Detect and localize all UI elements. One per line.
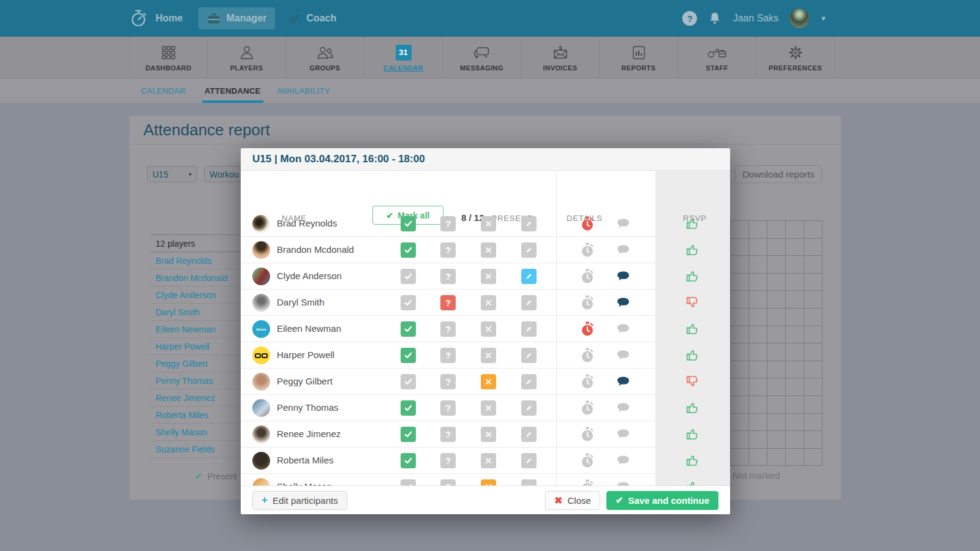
user-avatar[interactable] bbox=[790, 9, 809, 28]
edit-attendance-button[interactable] bbox=[521, 269, 537, 284]
edit-attendance-button[interactable] bbox=[521, 295, 537, 310]
whistle-briefcase-icon bbox=[707, 44, 728, 61]
comment-icon[interactable] bbox=[616, 429, 630, 440]
edit-attendance-button[interactable] bbox=[521, 400, 537, 416]
comment-icon[interactable] bbox=[616, 271, 630, 282]
absent-button[interactable] bbox=[481, 479, 496, 485]
notifications-bell-icon[interactable] bbox=[708, 11, 722, 26]
edit-attendance-button[interactable] bbox=[521, 321, 537, 337]
late-stopwatch-icon[interactable] bbox=[579, 268, 595, 284]
comment-icon[interactable] bbox=[616, 481, 630, 485]
tab-messaging[interactable]: MESSAGING bbox=[443, 37, 521, 78]
edit-attendance-button[interactable] bbox=[521, 374, 537, 389]
tab-reports[interactable]: REPORTS bbox=[600, 37, 678, 78]
present-button[interactable] bbox=[401, 374, 416, 389]
absent-button[interactable] bbox=[481, 374, 496, 389]
absent-button[interactable] bbox=[481, 453, 496, 468]
present-button[interactable] bbox=[401, 321, 416, 337]
user-name[interactable]: Jaan Saks bbox=[733, 13, 778, 24]
comment-icon[interactable] bbox=[616, 350, 630, 361]
unknown-button[interactable]: ? bbox=[440, 479, 456, 485]
present-button[interactable] bbox=[401, 295, 416, 310]
tab-groups[interactable]: GROUPS bbox=[286, 37, 364, 78]
comment-icon[interactable] bbox=[616, 455, 630, 467]
grid-cell bbox=[804, 361, 823, 379]
unknown-button[interactable]: ? bbox=[440, 269, 456, 284]
absent-button[interactable] bbox=[481, 242, 496, 258]
comment-icon[interactable] bbox=[616, 297, 630, 309]
grid-cell bbox=[731, 309, 749, 326]
nav-home[interactable]: Home bbox=[156, 13, 183, 24]
present-button[interactable] bbox=[401, 348, 416, 363]
absent-button[interactable] bbox=[481, 295, 496, 310]
late-stopwatch-icon[interactable] bbox=[579, 426, 595, 442]
comment-icon[interactable] bbox=[616, 376, 630, 388]
group-filter-select[interactable]: U15 ▾ bbox=[147, 166, 197, 182]
close-button[interactable]: ✖ Close bbox=[545, 491, 600, 510]
absent-button[interactable] bbox=[481, 216, 496, 231]
present-button[interactable] bbox=[401, 400, 416, 416]
late-stopwatch-icon[interactable] bbox=[579, 294, 595, 310]
late-stopwatch-icon[interactable] bbox=[579, 242, 595, 258]
tab-label: INVOICES bbox=[543, 64, 578, 72]
tab-dashboard[interactable]: DASHBOARD bbox=[129, 37, 208, 78]
tab-players[interactable]: PLAYERS bbox=[208, 37, 286, 78]
edit-participants-button[interactable]: + Edit participants bbox=[252, 491, 347, 510]
subtab-calendar[interactable]: CALENDAR bbox=[141, 78, 186, 103]
present-button[interactable] bbox=[401, 242, 416, 258]
comment-icon[interactable] bbox=[616, 402, 630, 414]
tab-calendar[interactable]: 31 CALENDAR bbox=[364, 37, 443, 78]
tab-invoices[interactable]: $ INVOICES bbox=[521, 37, 600, 78]
subtab-availability[interactable]: AVAILABILITY bbox=[277, 78, 330, 103]
unknown-button[interactable]: ? bbox=[440, 216, 456, 231]
edit-attendance-button[interactable] bbox=[521, 427, 537, 442]
present-button[interactable] bbox=[401, 216, 416, 231]
edit-attendance-button[interactable] bbox=[521, 479, 537, 485]
absent-button[interactable] bbox=[481, 427, 496, 442]
late-stopwatch-icon[interactable] bbox=[579, 321, 595, 337]
save-and-continue-button[interactable]: ✔ Save and continue bbox=[606, 491, 718, 510]
comment-icon[interactable] bbox=[616, 218, 630, 230]
download-reports-button[interactable]: Download reports bbox=[735, 165, 822, 183]
present-button[interactable] bbox=[401, 427, 416, 442]
nav-manager[interactable]: Manager bbox=[198, 7, 275, 29]
unknown-button[interactable]: ? bbox=[440, 321, 456, 337]
unknown-button[interactable]: ? bbox=[440, 242, 456, 258]
help-icon[interactable]: ? bbox=[682, 11, 697, 26]
late-stopwatch-icon[interactable] bbox=[579, 216, 595, 231]
edit-attendance-button[interactable] bbox=[521, 453, 537, 468]
brand-stopwatch-logo-icon[interactable] bbox=[129, 9, 148, 28]
subtab-attendance[interactable]: ATTENDANCE bbox=[205, 78, 261, 103]
comment-icon[interactable] bbox=[616, 244, 630, 256]
edit-attendance-button[interactable] bbox=[521, 216, 537, 231]
edit-attendance-button[interactable] bbox=[521, 348, 537, 363]
late-stopwatch-icon[interactable] bbox=[579, 400, 595, 416]
absent-button[interactable] bbox=[481, 269, 496, 284]
present-button[interactable] bbox=[401, 479, 416, 485]
edit-attendance-button[interactable] bbox=[521, 242, 537, 258]
present-button[interactable] bbox=[401, 453, 416, 468]
unknown-button[interactable]: ? bbox=[440, 295, 456, 310]
late-stopwatch-icon[interactable] bbox=[579, 452, 595, 468]
unknown-button[interactable]: ? bbox=[440, 348, 456, 363]
late-stopwatch-icon[interactable] bbox=[579, 479, 595, 485]
user-menu-chevron-down-icon[interactable]: ▼ bbox=[820, 15, 827, 22]
rsvp-thumb-icon bbox=[685, 479, 701, 485]
present-button[interactable] bbox=[401, 269, 416, 284]
absent-button[interactable] bbox=[481, 348, 496, 363]
absent-button[interactable] bbox=[481, 400, 496, 416]
absent-button[interactable] bbox=[481, 321, 496, 337]
late-stopwatch-icon[interactable] bbox=[579, 347, 595, 363]
tab-label: DASHBOARD bbox=[145, 64, 191, 72]
late-stopwatch-icon[interactable] bbox=[579, 373, 595, 389]
unknown-button[interactable]: ? bbox=[440, 400, 456, 416]
comment-icon[interactable] bbox=[616, 323, 630, 335]
unknown-button[interactable]: ? bbox=[440, 453, 456, 468]
tab-preferences[interactable]: PREFERENCES bbox=[756, 37, 835, 78]
nav-coach[interactable]: Coach bbox=[287, 12, 336, 24]
tab-staff[interactable]: STAFF bbox=[678, 37, 756, 78]
unknown-button[interactable]: ? bbox=[440, 374, 456, 389]
grid-cell bbox=[804, 343, 823, 361]
unknown-button[interactable]: ? bbox=[440, 427, 456, 442]
grid-cell bbox=[786, 396, 804, 414]
